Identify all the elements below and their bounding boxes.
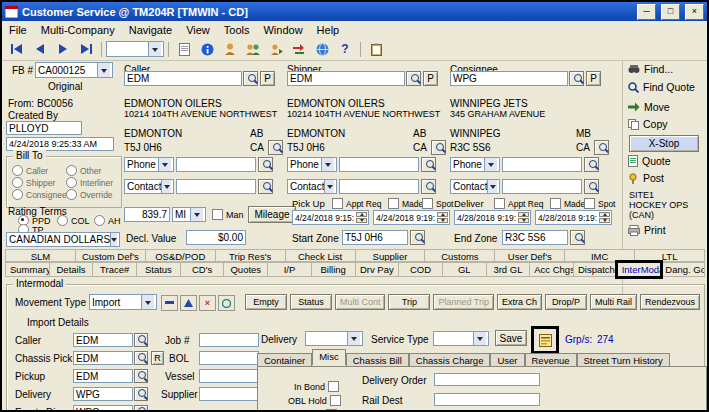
multi-cont-button[interactable]: Multi Cont	[335, 294, 386, 310]
tab-customs[interactable]: Customs	[424, 249, 495, 262]
tab-user-defs[interactable]: User Def's	[494, 249, 565, 262]
start-zone-field[interactable]: T5J 0H6	[342, 230, 408, 245]
tab-intermodal[interactable]: InterModal	[617, 262, 662, 277]
subtab-chassis-charge[interactable]: Chassis Charge	[409, 353, 491, 367]
mileage-unit-combo[interactable]: MI	[172, 207, 206, 222]
lookup-button[interactable]	[584, 179, 599, 194]
chassis-pick-field[interactable]: EDM	[73, 351, 133, 365]
bill-to-override-radio[interactable]: Override	[66, 189, 113, 200]
created-date-field[interactable]: 4/24/2018 9:25:33 AM	[6, 137, 114, 151]
contact-type-combo[interactable]: Contact	[124, 179, 174, 194]
lookup-button[interactable]	[134, 387, 148, 401]
contact-field[interactable]	[176, 179, 256, 194]
tab-acc-chgs[interactable]: Acc Chgs	[529, 262, 574, 277]
minimize-button[interactable]: ─	[637, 4, 656, 20]
tab-slm[interactable]: SLM	[5, 249, 76, 262]
subtab-chassis-bill[interactable]: Chassis Bill	[346, 353, 409, 367]
created-by-field[interactable]: PLLOYD	[6, 121, 82, 135]
date-spinner[interactable]	[518, 212, 529, 223]
im-caller-field[interactable]: EDM	[73, 333, 133, 347]
bill-to-other-radio[interactable]: Other	[66, 165, 101, 176]
consignee-code-field[interactable]: WPG	[450, 71, 568, 86]
lookup-button[interactable]	[410, 230, 425, 245]
tab-cod[interactable]: COD	[398, 262, 443, 277]
status-button[interactable]: Status	[290, 294, 332, 310]
contact-type-combo[interactable]: Contact	[450, 179, 500, 194]
menu-item-tools[interactable]: Tools	[217, 23, 257, 37]
tab-billing[interactable]: Billing	[311, 262, 356, 277]
contact-type-combo[interactable]: Contact	[287, 179, 337, 194]
copy-button[interactable]: Copy	[625, 117, 671, 131]
lookup-button[interactable]	[268, 140, 283, 155]
subtab-container[interactable]: Container	[257, 353, 312, 367]
tab-check-list[interactable]: Check List	[285, 249, 356, 262]
tab-3rd-gl[interactable]: 3rd GL	[486, 262, 531, 277]
lookup-button[interactable]	[258, 157, 273, 172]
next-record-button[interactable]	[52, 39, 74, 59]
phone-field[interactable]	[176, 157, 256, 172]
toolbar-globe-button[interactable]	[311, 39, 333, 59]
toolbar-clipboard-button[interactable]	[365, 39, 387, 59]
phone-type-combo[interactable]: Phone	[124, 157, 174, 172]
pickup-from-date-field[interactable]: 4/24/2018 9:15:	[292, 210, 369, 225]
shipper-code-field[interactable]: EDM	[287, 71, 405, 86]
phone-type-combo[interactable]: Phone	[450, 157, 500, 172]
lookup-button[interactable]	[570, 230, 585, 245]
date-spinner[interactable]	[356, 212, 367, 223]
date-spinner[interactable]	[437, 212, 448, 223]
job-number-field[interactable]	[199, 333, 259, 347]
bill-to-shipper-radio[interactable]: Shipper	[12, 177, 55, 188]
lookup-button[interactable]	[421, 179, 436, 194]
toolbar-users-button[interactable]	[242, 39, 264, 59]
move-button[interactable]: Move	[625, 100, 673, 114]
deliver-from-date-field[interactable]: 4/28/2018 9:19:	[454, 210, 531, 225]
subtab-revenue[interactable]: Revenue	[525, 353, 577, 367]
mileage-value-field[interactable]: 839.7	[124, 207, 170, 222]
tab-quotes[interactable]: Quotes	[223, 262, 268, 277]
tab-osd-pod[interactable]: OS&D/POD	[145, 249, 216, 262]
print-button[interactable]: Print	[625, 223, 669, 237]
r-button[interactable]: R	[151, 351, 164, 365]
lookup-button[interactable]	[134, 351, 148, 365]
caller-code-field[interactable]: EDM	[124, 71, 242, 86]
subtab-misc[interactable]: Misc	[312, 349, 346, 365]
groups-lookup-button[interactable]	[538, 333, 553, 347]
contact-field[interactable]	[502, 179, 582, 194]
deliver-appt-req-checkbox[interactable]: Appt Req	[494, 198, 543, 209]
quote-button[interactable]: Quote	[625, 154, 674, 168]
pickup-spot-checkbox[interactable]: Spot	[422, 198, 454, 209]
tab-trace[interactable]: Trace#	[92, 262, 137, 277]
toolbar-info-button[interactable]	[196, 39, 218, 59]
delivery-type-combo[interactable]	[305, 331, 363, 346]
delete-button[interactable]: ×	[199, 295, 216, 311]
lookup-button[interactable]	[431, 140, 446, 155]
lookup-button[interactable]	[594, 140, 609, 155]
mileage-button[interactable]: Mileage	[248, 206, 296, 223]
subtab-street-turn-history[interactable]: Street Turn History	[577, 353, 670, 367]
date-spinner[interactable]	[599, 212, 610, 223]
manual-mileage-checkbox[interactable]: Man	[212, 209, 244, 220]
tab-dang-goods[interactable]: Dang. Goods	[660, 262, 705, 277]
lookup-button[interactable]	[421, 157, 436, 172]
tab-cds[interactable]: CD's	[180, 262, 225, 277]
planned-trip-button[interactable]: Planned Trip	[433, 294, 494, 310]
edit-button[interactable]	[161, 295, 178, 311]
end-zone-field[interactable]: R3C 5S6	[502, 230, 568, 245]
lookup-button[interactable]	[258, 179, 273, 194]
bill-to-interliner-radio[interactable]: Interliner	[66, 177, 113, 188]
toolbar-document-button[interactable]	[173, 39, 195, 59]
menu-item-help[interactable]: Help	[310, 23, 347, 37]
vessel-field[interactable]	[199, 369, 259, 383]
lookup-button[interactable]	[243, 71, 258, 86]
fb-number-combo[interactable]: CA000125	[35, 62, 113, 78]
toolbar-user-assign-button[interactable]	[265, 39, 287, 59]
bol-field[interactable]	[199, 351, 259, 365]
movement-type-combo[interactable]: Import	[89, 294, 157, 310]
x-stop-button[interactable]: X-Stop	[629, 135, 699, 152]
delivery-order-field[interactable]	[434, 373, 540, 386]
empty-button[interactable]: Empty	[245, 294, 287, 310]
im-delivery-field[interactable]: WPG	[73, 387, 133, 401]
service-type-combo[interactable]	[433, 331, 489, 346]
lookup-button[interactable]	[406, 71, 421, 86]
decl-value-field[interactable]: $0.00	[186, 230, 246, 245]
